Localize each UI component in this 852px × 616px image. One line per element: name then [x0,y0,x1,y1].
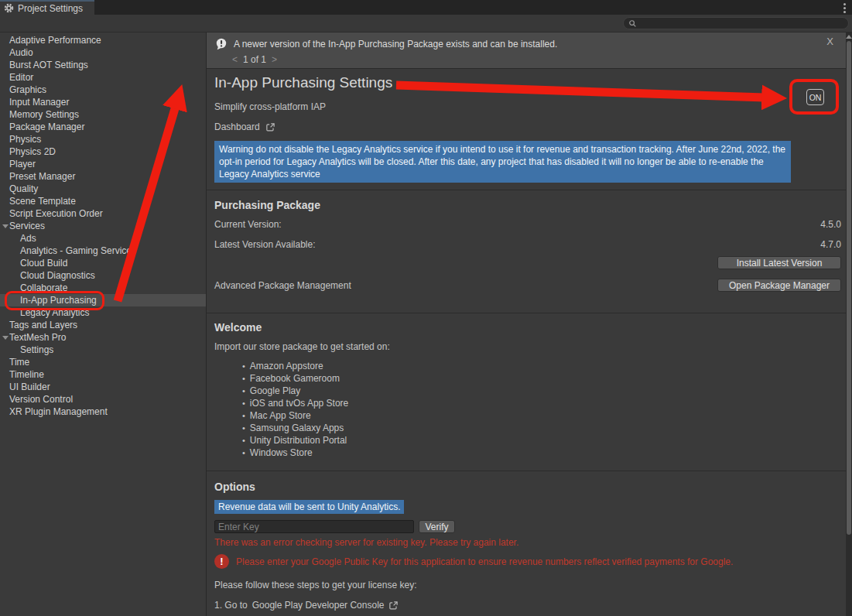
sidebar-item-analytics-gaming-services[interactable]: Analytics - Gaming Services [0,245,206,257]
sidebar-item-label: Adaptive Performance [0,35,101,46]
pager-next-button[interactable]: > [272,54,277,65]
sidebar-item-label: Timeline [0,369,44,380]
sidebar-item-label: Collaborate [0,282,67,293]
sidebar-item-player[interactable]: Player [0,158,206,170]
purchasing-package-section: Purchasing Package Current Version: 4.5.… [207,190,846,306]
verify-button[interactable]: Verify [419,520,455,533]
external-link-icon [265,122,275,132]
google-key-input[interactable] [214,520,414,533]
sidebar-item-package-manager[interactable]: Package Manager [0,121,206,133]
tab-label: Project Settings [18,3,83,14]
tab-project-settings[interactable]: Project Settings [0,0,94,15]
sidebar-item-label: XR Plugin Management [0,406,108,417]
scrollbar-up-arrow-icon[interactable] [846,35,852,39]
sidebar-item-editor[interactable]: Editor [0,71,206,84]
sidebar-item-xr-plugin-management[interactable]: XR Plugin Management [0,406,206,418]
sidebar-item-textmesh-pro[interactable]: TextMesh Pro [0,331,206,344]
store-list-item: Mac App Store [242,409,838,422]
sidebar-item-physics-2d[interactable]: Physics 2D [0,145,206,158]
kebab-menu-icon[interactable] [843,3,846,5]
search-field[interactable] [623,17,849,29]
store-list-item: Facebook Gameroom [242,372,838,385]
sidebar-item-settings[interactable]: Settings [0,344,206,356]
sidebar-item-label: Memory Settings [0,109,79,120]
external-link-icon[interactable] [388,601,399,611]
dashboard-link[interactable]: Dashboard [214,121,275,132]
sidebar-item-cloud-build[interactable]: Cloud Build [0,257,206,269]
sidebar-item-label: Analytics - Gaming Services [0,245,136,256]
scrollbar-thumb[interactable] [847,41,851,535]
open-package-manager-button[interactable]: Open Package Manager [717,279,841,292]
sidebar-item-label: Time [0,357,29,368]
sidebar-item-preset-manager[interactable]: Preset Manager [0,170,206,183]
sidebar-item-version-control[interactable]: Version Control [0,393,206,406]
sidebar-item-graphics[interactable]: Graphics [0,84,206,96]
google-key-error-row: ! Please enter your Google Public Key fo… [214,554,838,569]
sidebar-item-label: Audio [0,47,33,58]
options-section: Options Revenue data will be sent to Uni… [207,471,846,616]
sidebar-item-cloud-diagnostics[interactable]: Cloud Diagnostics [0,269,206,282]
sidebar-item-label: Settings [0,344,53,355]
welcome-section: Welcome Import our store package to get … [207,313,846,464]
sidebar-item-memory-settings[interactable]: Memory Settings [0,108,206,121]
analytics-note: Revenue data will be sent to Unity Analy… [214,500,404,514]
vertical-scrollbar[interactable] [846,33,852,616]
sidebar-item-time[interactable]: Time [0,356,206,368]
sidebar-item-label: Scene Template [0,196,76,207]
current-version-row: Current Version: 4.5.0 [214,219,841,230]
iap-on-toggle[interactable]: ON [806,89,824,105]
sidebar-item-label: In-App Purchasing [0,295,97,306]
sidebar-item-ui-builder[interactable]: UI Builder [0,381,206,393]
sidebar-item-audio[interactable]: Audio [0,46,206,59]
foldout-triangle-icon[interactable] [2,224,9,228]
sidebar-item-legacy-analytics[interactable]: Legacy Analytics [0,306,206,319]
sidebar-item-label: Version Control [0,394,73,405]
sidebar-item-services[interactable]: Services [0,220,206,232]
sidebar-item-label: Quality [0,183,38,194]
sidebar-item-ads[interactable]: Ads [0,232,206,245]
sidebar-item-label: Burst AOT Settings [0,60,88,70]
sidebar-item-quality[interactable]: Quality [0,183,206,195]
store-list-item: Unity Distribution Portal [242,434,838,447]
sidebar-item-burst-aot-settings[interactable]: Burst AOT Settings [0,59,206,71]
banner-message-row: A newer version of the In-App Purchasing… [215,38,557,50]
sidebar-item-physics[interactable]: Physics [0,133,206,145]
iap-settings-section: In-App Purchasing Settings Simplify cros… [207,68,846,183]
banner-pager: < 1 of 1 > [232,54,277,65]
sidebar-item-label: UI Builder [0,382,50,392]
sidebar-item-label: Input Manager [0,97,69,108]
sidebar-item-tags-and-layers[interactable]: Tags and Layers [0,319,206,331]
sidebar-item-scene-template[interactable]: Scene Template [0,195,206,207]
sidebar-item-adaptive-performance[interactable]: Adaptive Performance [0,34,206,46]
google-play-console-link[interactable]: Google Play Developer Console [252,600,385,611]
current-version-value: 4.5.0 [820,219,841,230]
sidebar-item-label: Script Execution Order [0,208,103,219]
sidebar-item-timeline[interactable]: Timeline [0,368,206,381]
search-input[interactable] [637,19,848,28]
banner-message: A newer version of the In-App Purchasing… [234,39,557,50]
store-list: Amazon AppstoreFacebook GameroomGoogle P… [214,360,838,459]
steps-intro: Please follow these steps to get your li… [214,580,838,590]
server-error-text: There was an error checking server for e… [214,537,838,548]
pager-prev-button[interactable]: < [232,54,238,65]
store-list-item: Google Play [242,385,838,397]
sidebar-item-script-execution-order[interactable]: Script Execution Order [0,207,206,220]
google-key-error-text: Please enter your Google Public Key for … [236,556,733,567]
step-1-prefix: 1. Go to [214,600,248,611]
sidebar-item-label: Package Manager [0,121,84,132]
latest-version-label: Latest Version Available: [214,239,316,250]
pager-label: 1 of 1 [243,54,266,65]
page-title: In-App Purchasing Settings [214,74,838,91]
sidebar-item-collaborate[interactable]: Collaborate [0,282,206,294]
sidebar-item-in-app-purchasing[interactable]: In-App Purchasing [0,294,206,306]
sidebar-list: Adaptive PerformanceAudioBurst AOT Setti… [0,34,206,418]
error-icon: ! [214,554,229,569]
foldout-triangle-icon[interactable] [2,336,9,340]
store-list-item: Samsung Galaxy Apps [242,422,838,434]
banner-close-button[interactable]: X [826,36,833,47]
store-list-item: Amazon Appstore [242,360,838,372]
install-latest-version-button[interactable]: Install Latest Version [717,256,841,269]
sidebar-item-input-manager[interactable]: Input Manager [0,96,206,108]
section-title-options: Options [214,481,838,493]
legacy-analytics-warning: Warning do not disable the Legacy Analyt… [214,141,791,183]
